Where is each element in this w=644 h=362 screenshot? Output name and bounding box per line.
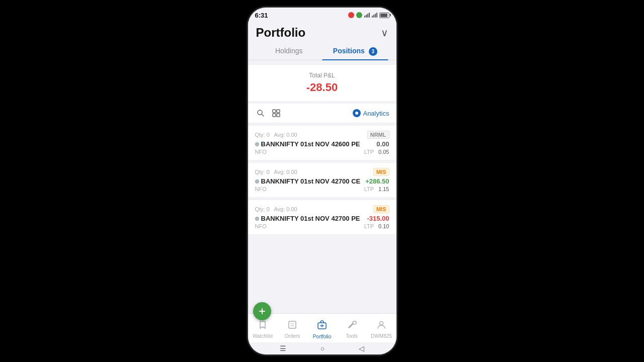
position-qty-2: Qty: 0 Avg: 0.00 — [255, 206, 297, 212]
position-qty-1: Qty: 0 Avg: 0.00 — [255, 169, 297, 175]
position-card-1[interactable]: Qty: 0 Avg: 0.00 MIS BANKNIFTY 01st NOV … — [248, 162, 396, 198]
svg-point-15 — [380, 321, 383, 325]
qty-label-2: Qty: 0 — [255, 206, 270, 212]
signal-bars — [364, 13, 370, 18]
position-row3-2: NFO LTP 0.10 — [255, 223, 389, 229]
toolbar: Analytics — [248, 104, 396, 123]
avg-label-1: Avg: 0.00 — [274, 169, 297, 175]
sys-back-icon[interactable]: ◁ — [359, 344, 364, 352]
position-name-row-2: BANKNIFTY 01st NOV 42700 PE — [255, 215, 360, 222]
analytics-label: Analytics — [363, 110, 389, 117]
pnl-value: -28.50 — [256, 81, 388, 94]
header: Portfolio ∨ — [248, 22, 396, 43]
app-icon-green — [356, 12, 362, 18]
position-row2-0: BANKNIFTY 01st NOV 42600 PE 0.00 — [255, 140, 389, 148]
watchlist-label: Watchlist — [253, 333, 273, 339]
position-row1-1: Qty: 0 Avg: 0.00 MIS — [255, 168, 389, 176]
system-nav-bar: ☰ ○ ◁ — [248, 342, 396, 354]
ltp-value-1: 1.15 — [378, 186, 389, 192]
nav-orders[interactable]: Orders — [278, 317, 307, 341]
position-row3-0: NFO LTP 0.05 — [255, 149, 389, 155]
position-ltp-2: LTP 0.10 — [364, 223, 389, 229]
portfolio-icon — [316, 319, 328, 333]
position-row3-1: NFO LTP 1.15 — [255, 186, 389, 192]
ltp-value-0: 0.05 — [378, 149, 389, 155]
profile-label: DWM825 — [371, 333, 392, 339]
position-name-row-1: BANKNIFTY 01st NOV 42700 CE — [255, 177, 361, 185]
chevron-down-icon[interactable]: ∨ — [381, 27, 388, 39]
signal-bar-4 — [369, 13, 370, 18]
bottom-nav: Watchlist Orders Portfolio — [248, 313, 396, 342]
battery-icon — [379, 13, 389, 18]
position-row2-2: BANKNIFTY 01st NOV 42700 PE -315.00 — [255, 215, 389, 222]
filter-icon[interactable] — [271, 108, 282, 119]
tab-positions-label: Positions — [333, 47, 365, 55]
watchlist-icon — [258, 320, 268, 332]
position-dot-1 — [255, 179, 259, 184]
status-icons — [348, 12, 389, 18]
fab-button[interactable] — [253, 302, 271, 320]
orders-label: Orders — [285, 333, 300, 339]
svg-rect-9 — [289, 321, 296, 328]
analytics-button[interactable]: Analytics — [353, 109, 389, 117]
portfolio-label: Portfolio — [313, 334, 332, 339]
signal-bar-3 — [367, 14, 368, 18]
pnl-card: Total P&L -28.50 — [248, 64, 396, 102]
toolbar-icons — [255, 108, 282, 119]
status-bar: 6:31 — [248, 8, 396, 22]
nav-watchlist[interactable]: Watchlist — [248, 317, 278, 341]
app-content: Portfolio ∨ Holdings Positions 3 Total P… — [248, 22, 396, 313]
sb1 — [372, 16, 373, 18]
position-name-row-0: BANKNIFTY 01st NOV 42600 PE — [255, 140, 360, 148]
battery-fill — [380, 14, 387, 17]
signal-bar-2 — [366, 15, 367, 18]
position-row2-1: BANKNIFTY 01st NOV 42700 CE +286.50 — [255, 177, 389, 185]
positions-badge: 3 — [369, 47, 377, 56]
svg-rect-5 — [277, 114, 280, 117]
status-time: 6:31 — [255, 12, 268, 19]
ltp-label-2: LTP — [364, 223, 374, 229]
position-value-1: +286.50 — [365, 177, 389, 185]
ltp-value-2: 0.10 — [378, 223, 389, 229]
position-dot-2 — [255, 217, 259, 221]
position-qty-0: Qty: 0 Avg: 0.00 — [255, 132, 297, 138]
svg-rect-3 — [273, 114, 276, 117]
qty-label-1: Qty: 0 — [255, 169, 270, 175]
position-ltp-0: LTP 0.05 — [364, 149, 389, 155]
sys-home-icon[interactable]: ○ — [320, 344, 325, 352]
position-name-2: BANKNIFTY 01st NOV 42700 PE — [261, 215, 360, 222]
sb3 — [375, 14, 376, 18]
position-dot-0 — [255, 142, 259, 146]
position-value-2: -315.00 — [367, 215, 389, 222]
tab-positions[interactable]: Positions 3 — [322, 43, 388, 60]
position-exchange-1: NFO — [255, 186, 267, 192]
search-icon[interactable] — [255, 108, 266, 119]
position-card-2[interactable]: Qty: 0 Avg: 0.00 MIS BANKNIFTY 01st NOV … — [248, 200, 396, 235]
position-ltp-1: LTP 1.15 — [364, 186, 389, 192]
svg-rect-4 — [277, 110, 280, 113]
phone-frame: 6:31 Portfolio ∨ — [248, 8, 396, 354]
signal-bars-2 — [372, 13, 377, 18]
sys-menu-icon[interactable]: ☰ — [280, 344, 286, 352]
position-exchange-0: NFO — [255, 149, 267, 155]
position-exchange-2: NFO — [255, 223, 267, 229]
qty-label-0: Qty: 0 — [255, 132, 270, 138]
sb4 — [376, 13, 377, 18]
position-name-0: BANKNIFTY 01st NOV 42600 PE — [261, 140, 360, 148]
nav-tools[interactable]: Tools — [337, 317, 367, 341]
orders-icon — [287, 320, 297, 332]
positions-list: Qty: 0 Avg: 0.00 NRML BANKNIFTY 01st NOV… — [248, 123, 396, 313]
tools-label: Tools — [346, 333, 357, 339]
position-card-0[interactable]: Qty: 0 Avg: 0.00 NRML BANKNIFTY 01st NOV… — [248, 125, 396, 160]
svg-line-1 — [262, 114, 264, 116]
sb2 — [373, 15, 374, 18]
nav-profile[interactable]: DWM825 — [367, 317, 396, 341]
ltp-label-0: LTP — [364, 149, 374, 155]
position-tag-1: MIS — [373, 168, 389, 176]
position-row1-2: Qty: 0 Avg: 0.00 MIS — [255, 205, 389, 213]
page-title: Portfolio — [256, 26, 306, 40]
position-value-0: 0.00 — [376, 140, 389, 148]
tab-holdings[interactable]: Holdings — [256, 43, 323, 60]
ltp-label-1: LTP — [364, 186, 374, 192]
nav-portfolio[interactable]: Portfolio — [307, 317, 337, 341]
